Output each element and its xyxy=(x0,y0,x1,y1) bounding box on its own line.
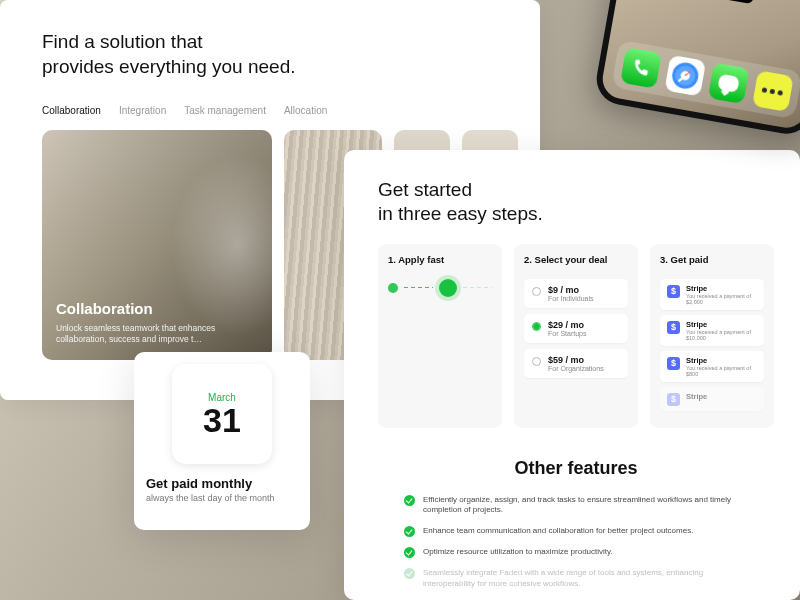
payment-name: Stripe xyxy=(686,356,757,365)
tab-allocation[interactable]: Allocation xyxy=(284,105,327,116)
feature-text: Enhance team communication and collabora… xyxy=(423,526,693,537)
dynamic-island[interactable]: Search xyxy=(690,0,755,4)
more-icon xyxy=(762,87,784,96)
payment-row: $ Stripe xyxy=(660,387,764,411)
paid-subtext: always the last day of the month xyxy=(146,493,275,503)
check-icon xyxy=(404,526,415,537)
feature-text: Seamlessly integrate Faded with a wide r… xyxy=(423,568,748,590)
progress-node-current-icon xyxy=(439,279,457,297)
card-collaboration[interactable]: Collaboration Unlock seamless teamwork t… xyxy=(42,130,272,360)
feature-text: Optimize resource utilization to maximiz… xyxy=(423,547,613,558)
tab-integration[interactable]: Integration xyxy=(119,105,166,116)
feature-item: Efficiently organize, assign, and track … xyxy=(404,495,748,517)
paid-heading: Get paid monthly xyxy=(146,476,252,491)
feature-item: Optimize resource utilization to maximiz… xyxy=(404,547,748,558)
safari-app[interactable] xyxy=(664,55,706,97)
phone-icon xyxy=(630,56,653,79)
safari-icon xyxy=(670,61,700,91)
progress-line xyxy=(404,287,433,288)
check-icon xyxy=(404,547,415,558)
radio-icon xyxy=(532,287,541,296)
feature-item: Enhance team communication and collabora… xyxy=(404,526,748,537)
payment-row: $ StripeYou received a payment of $2,000 xyxy=(660,279,764,310)
iphone-dock xyxy=(611,40,800,120)
solutions-title-l1: Find a solution that xyxy=(42,30,506,55)
payment-sub: You received a payment of $10,000 xyxy=(686,329,757,341)
deal-price: $9 / mo xyxy=(548,285,594,295)
check-icon xyxy=(404,568,415,579)
progress-line-pending xyxy=(463,287,492,288)
iphone-device: Search xyxy=(593,0,800,138)
deal-price: $59 / mo xyxy=(548,355,604,365)
collaboration-card-desc: Unlock seamless teamwork that enhances c… xyxy=(56,323,258,347)
payment-row: $ StripeYou received a payment of $800 xyxy=(660,351,764,382)
deal-option-3[interactable]: $59 / mo For Organizations xyxy=(524,349,628,378)
stripe-icon: $ xyxy=(667,393,680,406)
stripe-icon: $ xyxy=(667,285,680,298)
apply-progress xyxy=(388,279,492,297)
paid-monthly-card: March 31 Get paid monthly always the las… xyxy=(134,352,310,530)
step-apply-fast: 1. Apply fast xyxy=(378,244,502,428)
deal-option-2[interactable]: $29 / mo For Startups xyxy=(524,314,628,343)
iphone-screen: Search xyxy=(600,0,800,131)
get-started-title: Get started in three easy steps. xyxy=(378,178,774,226)
other-features-list: Efficiently organize, assign, and track … xyxy=(404,495,748,601)
calendar-widget: March 31 xyxy=(172,364,272,464)
get-started-title-l1: Get started xyxy=(378,178,774,202)
check-icon xyxy=(404,495,415,506)
solutions-title-l2: provides everything you need. xyxy=(42,55,506,80)
calendar-day: 31 xyxy=(203,403,241,437)
collaboration-card-title: Collaboration xyxy=(56,300,258,317)
tab-collaboration[interactable]: Collaboration xyxy=(42,105,101,116)
deal-price: $29 / mo xyxy=(548,320,587,330)
payment-sub: You received a payment of $800 xyxy=(686,365,757,377)
step-get-paid: 3. Get paid $ StripeYou received a payme… xyxy=(650,244,774,428)
step2-label: 2. Select your deal xyxy=(524,254,628,265)
steps-row: 1. Apply fast 2. Select your deal $9 / m… xyxy=(378,244,774,428)
step1-label: 1. Apply fast xyxy=(388,254,492,265)
notes-app[interactable] xyxy=(752,70,794,112)
payment-name: Stripe xyxy=(686,320,757,329)
progress-node-done-icon xyxy=(388,283,398,293)
solutions-title: Find a solution that provides everything… xyxy=(42,30,506,79)
payment-name: Stripe xyxy=(686,284,757,293)
deal-sub: For Startups xyxy=(548,330,587,337)
messages-app[interactable] xyxy=(708,62,750,104)
payment-sub: You received a payment of $2,000 xyxy=(686,293,757,305)
step-select-deal: 2. Select your deal $9 / mo For Individu… xyxy=(514,244,638,428)
stripe-icon: $ xyxy=(667,357,680,370)
feature-text: Efficiently organize, assign, and track … xyxy=(423,495,748,517)
get-started-panel: Get started in three easy steps. 1. Appl… xyxy=(344,150,800,600)
step3-label: 3. Get paid xyxy=(660,254,764,265)
tab-task-management[interactable]: Task management xyxy=(184,105,266,116)
solutions-tabs: Collaboration Integration Task managemen… xyxy=(42,105,506,116)
deal-sub: For Individuals xyxy=(548,295,594,302)
radio-selected-icon xyxy=(532,322,541,331)
feature-item: Seamlessly integrate Faded with a wide r… xyxy=(404,568,748,590)
deal-sub: For Organizations xyxy=(548,365,604,372)
payment-row: $ StripeYou received a payment of $10,00… xyxy=(660,315,764,346)
payment-name: Stripe xyxy=(686,392,707,401)
stripe-icon: $ xyxy=(667,321,680,334)
other-features-title: Other features xyxy=(378,458,774,479)
radio-icon xyxy=(532,357,541,366)
phone-app[interactable] xyxy=(620,47,662,89)
get-started-title-l2: in three easy steps. xyxy=(378,202,774,226)
messages-icon xyxy=(718,74,740,93)
deal-option-1[interactable]: $9 / mo For Individuals xyxy=(524,279,628,308)
